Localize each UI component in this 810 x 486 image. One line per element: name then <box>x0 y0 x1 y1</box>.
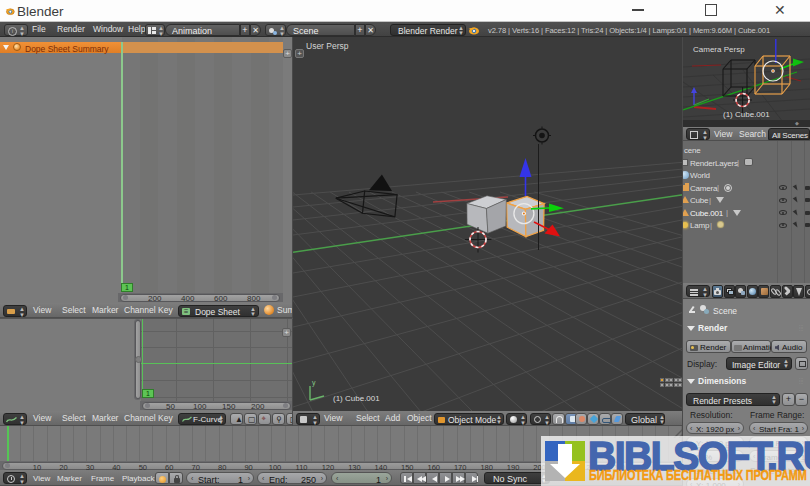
svg-text:y: y <box>312 379 316 387</box>
